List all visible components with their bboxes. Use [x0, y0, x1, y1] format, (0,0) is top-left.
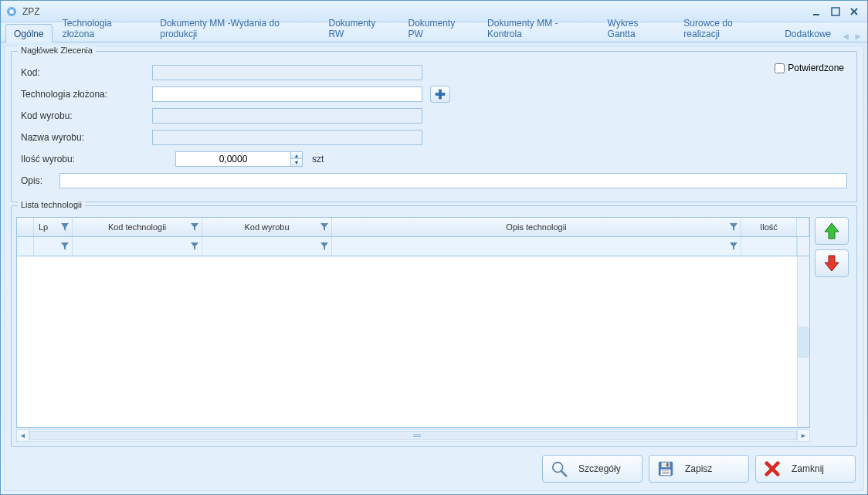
filter-kodtech[interactable] — [73, 237, 202, 256]
plus-icon — [435, 89, 446, 100]
filter-lp[interactable] — [34, 237, 73, 256]
list-legend: Lista technologii — [18, 200, 85, 209]
footer: Szczegóły Zapisz Zamknij — [11, 450, 857, 484]
filter-icon[interactable] — [61, 242, 69, 250]
col-opis-technologii[interactable]: Opis technologii — [332, 218, 741, 236]
grid-vscroll-header — [797, 218, 809, 236]
grid-horizontal-scrollbar[interactable]: ◄ ► — [16, 429, 810, 442]
header-groupbox: Nagłówek Zlecenia Potwierdzone Kod: Tech… — [11, 51, 857, 202]
tab-surowce[interactable]: Surowce do realizacji — [675, 13, 775, 42]
move-up-button[interactable] — [815, 217, 849, 245]
grid-filter-row — [17, 237, 809, 256]
reorder-buttons — [815, 217, 852, 442]
magnifier-icon — [551, 460, 568, 477]
filter-kodwyr[interactable] — [202, 237, 332, 256]
spinner-down[interactable]: ▼ — [291, 159, 302, 166]
kod-wyrobu-label: Kod wyrobu: — [21, 110, 152, 121]
filter-icon[interactable] — [191, 223, 198, 231]
svg-rect-9 — [662, 463, 670, 467]
details-label: Szczegóły — [578, 463, 621, 474]
hscroll-thumb[interactable] — [29, 431, 797, 440]
technology-grid: Lp▽ Kod technologii Kod wyrobu Opis tech… — [16, 217, 810, 428]
filter-opis[interactable] — [332, 237, 741, 256]
col-lp[interactable]: Lp▽ — [34, 218, 73, 236]
app-icon — [5, 5, 18, 18]
tab-dokumenty-pw[interactable]: Dokumenty PW — [400, 13, 478, 42]
close-icon — [764, 460, 781, 477]
grid-vertical-scrollbar[interactable] — [797, 256, 809, 427]
header-legend: Nagłówek Zlecenia — [18, 46, 96, 55]
svg-rect-10 — [666, 463, 669, 467]
svg-line-7 — [561, 471, 566, 476]
tab-dodatkowe[interactable]: Dodatkowe — [776, 24, 839, 42]
technologia-label: Technologia złożona: — [21, 89, 152, 100]
opis-label: Opis: — [21, 175, 59, 186]
minimize-button[interactable] — [809, 5, 826, 19]
save-button[interactable]: Zapisz — [649, 455, 749, 483]
tab-technologia-zlozona[interactable]: Technologia złożona — [54, 13, 151, 42]
floppy-icon — [657, 460, 674, 477]
confirm-checkbox-row: Potwierdzone — [775, 63, 844, 73]
tab-ogolne[interactable]: Ogólne — [5, 24, 53, 42]
kod-label: Kod: — [21, 67, 152, 78]
filter-icon[interactable] — [730, 223, 737, 231]
col-kod-wyrobu[interactable]: Kod wyrobu — [202, 218, 332, 236]
hscroll-right[interactable]: ► — [797, 430, 809, 441]
tabbar: Ogólne Technologia złożona Dokumenty MM … — [1, 22, 867, 42]
ilosc-wyrobu-input[interactable] — [175, 151, 291, 167]
tab-content: Nagłówek Zlecenia Potwierdzone Kod: Tech… — [4, 46, 864, 491]
hscroll-left[interactable]: ◄ — [17, 430, 29, 441]
filter-icon[interactable] — [320, 223, 328, 231]
filter-ilosc[interactable] — [741, 237, 797, 256]
nazwa-wyrobu-input — [152, 130, 422, 145]
svg-point-1 — [9, 9, 13, 13]
filter-icon[interactable] — [730, 242, 737, 250]
tab-wykres-gantta[interactable]: Wykres Gantta — [599, 13, 674, 42]
filter-icon[interactable] — [320, 242, 328, 250]
details-button[interactable]: Szczegóły — [542, 455, 643, 483]
tab-scroll-left-icon[interactable]: ◄ — [841, 31, 850, 42]
opis-input[interactable] — [59, 173, 847, 188]
svg-rect-3 — [832, 8, 839, 15]
tab-dokumenty-mm-wydania[interactable]: Dokumenty MM -Wydania do produkcji — [151, 13, 318, 42]
col-kod-technologii[interactable]: Kod technologii — [73, 218, 202, 236]
window: ZPZ Ogólne Technologia złożona Dokumenty… — [0, 0, 868, 495]
filter-icon[interactable] — [191, 242, 198, 250]
grid-vscroll[interactable] — [797, 237, 809, 256]
nazwa-wyrobu-label: Nazwa wyrobu: — [21, 132, 152, 143]
grid-header: Lp▽ Kod technologii Kod wyrobu Opis tech… — [17, 218, 809, 237]
grid-wrap: Lp▽ Kod technologii Kod wyrobu Opis tech… — [16, 217, 810, 442]
tab-scroll-right-icon[interactable]: ► — [853, 31, 863, 42]
close-label: Zamknij — [792, 463, 824, 474]
unit-label: szt — [312, 154, 324, 164]
list-groupbox: Lista technologii Lp▽ Kod technologii Ko… — [11, 205, 857, 447]
kod-input — [152, 65, 422, 80]
ilosc-wyrobu-label: Ilość wyrobu: — [21, 154, 152, 164]
tab-dokumenty-mm-kontrola[interactable]: Dokumenty MM - Kontrola — [479, 13, 597, 42]
svg-rect-2 — [813, 14, 819, 15]
add-technologia-button[interactable] — [430, 86, 450, 103]
kod-wyrobu-input — [152, 108, 422, 124]
spinner-up[interactable]: ▲ — [291, 152, 302, 159]
tab-scroll: ◄ ► — [841, 31, 863, 42]
filter-sel[interactable] — [17, 237, 34, 256]
col-selector[interactable] — [17, 218, 34, 236]
grid-body[interactable] — [17, 256, 797, 427]
confirm-label: Potwierdzone — [788, 63, 844, 73]
arrow-up-icon — [822, 221, 842, 241]
close-window-button[interactable] — [846, 5, 863, 19]
svg-rect-5 — [436, 93, 445, 96]
save-label: Zapisz — [685, 463, 712, 474]
move-down-button[interactable] — [815, 249, 849, 277]
tab-dokumenty-rw[interactable]: Dokumenty RW — [320, 13, 398, 42]
close-button[interactable]: Zamknij — [755, 455, 856, 483]
arrow-down-icon — [822, 253, 842, 273]
col-ilosc[interactable]: Ilość — [741, 218, 797, 236]
filter-icon[interactable] — [61, 223, 69, 231]
confirm-checkbox[interactable] — [775, 63, 785, 73]
technologia-input[interactable] — [152, 86, 422, 102]
maximize-button[interactable] — [827, 5, 844, 19]
